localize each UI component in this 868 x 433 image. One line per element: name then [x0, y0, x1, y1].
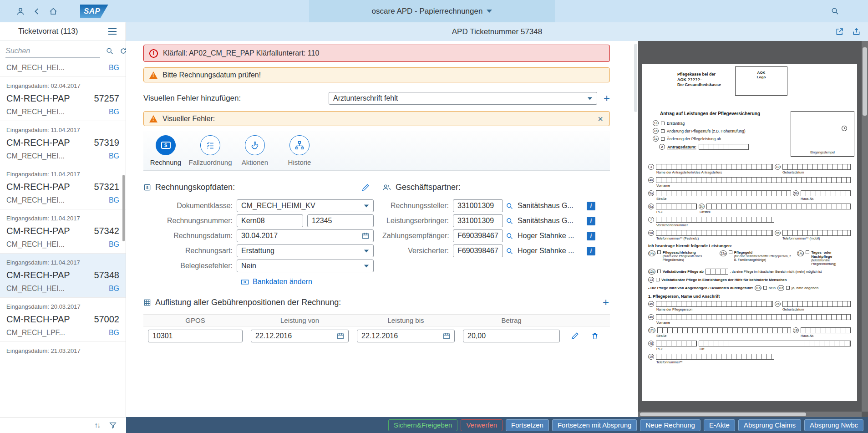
add-visual-error-button[interactable]: +: [604, 93, 610, 104]
value-help-search-icon[interactable]: [506, 247, 513, 255]
table-icon: [143, 299, 151, 306]
value-help-search-icon[interactable]: [506, 232, 513, 240]
zahlungsempfaenger-input[interactable]: F690398467: [453, 229, 503, 242]
rechnungsart-select[interactable]: Erstattung: [237, 245, 374, 257]
partner-row: Zahlungsempfänger: F690398467 Hoger Stah…: [382, 229, 610, 242]
calendar-icon[interactable]: [337, 332, 344, 340]
home-icon[interactable]: [46, 4, 61, 19]
export-icon[interactable]: [852, 27, 861, 36]
list-item[interactable]: Eingangsdatum: 11.04.2017 CM-RECH-PAP573…: [0, 209, 126, 254]
ticket-type: CM-RECH-PAP: [6, 182, 70, 192]
leistungserbringer-input[interactable]: 331001309: [453, 214, 503, 227]
sidebar-search-row: [0, 41, 126, 61]
ticket-subtitle: CM_RECH_HEI...: [6, 285, 65, 293]
partner-name: Sanitätshaus G...: [518, 202, 587, 210]
fortsetzen-mit-absprung-button[interactable]: Fortsetzen mit Absprung: [552, 419, 637, 431]
back-icon[interactable]: [29, 4, 45, 19]
e-akte-button[interactable]: E-Akte: [704, 419, 735, 431]
edit-row-icon[interactable]: [571, 332, 579, 340]
status-badge: BG: [109, 240, 119, 249]
absprung-claims-button[interactable]: Absprung Claims: [738, 419, 801, 431]
partner-name: Hoger Stahnke ...: [518, 232, 587, 240]
user-icon[interactable]: [13, 4, 28, 19]
menu-icon[interactable]: [107, 26, 118, 36]
list-item[interactable]: Eingangsdatum: 21.03.2017: [0, 342, 126, 363]
popout-icon[interactable]: [835, 27, 844, 36]
field-dokumentklasse: Dokumentklasse: CM_RECH_HEIMI_KV: [143, 199, 378, 212]
error-message-text: Klärfall: AP02_CM_RE_PAP Klärfallunterar…: [163, 49, 319, 57]
document-horizontal-scrollbar[interactable]: [638, 412, 862, 417]
content-scrollbar[interactable]: [634, 44, 637, 112]
absprung-nwbc-button[interactable]: Absprung Nwbc: [804, 419, 863, 431]
neue-rechnung-button[interactable]: Neue Rechnung: [640, 419, 700, 431]
status-badge: BG: [109, 196, 119, 204]
document-vertical-scrollbar[interactable]: [862, 41, 868, 412]
app-title-button[interactable]: oscare APD - Papierrechnungen: [309, 0, 555, 22]
list-item[interactable]: Eingangsdatum: 20.03.2017 CM-RECH-PAP570…: [0, 298, 126, 342]
filter-icon[interactable]: [109, 421, 117, 429]
leistung-bis-input[interactable]: 22.12.2016: [357, 330, 455, 342]
tab-rechnung[interactable]: $ Rechnung: [143, 131, 188, 170]
tab-aktionen[interactable]: Aktionen: [233, 131, 277, 170]
betrag-input[interactable]: 20,00: [463, 330, 560, 342]
list-item[interactable]: Eingangsdatum: 11.04.2017 CM-RECH-PAP573…: [0, 121, 126, 165]
horizontal-scroll-thumb[interactable]: [640, 413, 806, 416]
delete-row-icon[interactable]: [591, 332, 599, 340]
status-badge: BG: [109, 64, 119, 72]
rechnungsnummer-prefix-input[interactable]: Kern08: [237, 214, 303, 227]
value-help-search-icon[interactable]: [506, 217, 513, 225]
sichern-freigeben-button[interactable]: Sichern&Freigeben: [388, 419, 457, 431]
bankdaten-link[interactable]: Bankdaten ändern: [241, 278, 378, 286]
rechnungsnummer-input[interactable]: 12345: [307, 214, 374, 227]
close-icon[interactable]: ×: [597, 114, 604, 123]
hierarchy-icon: [289, 135, 310, 155]
tab-label: Fallzuordnung: [188, 158, 232, 166]
list-item[interactable]: CM_RECH_HEI...BG: [0, 61, 126, 77]
versicherter-input[interactable]: F690398467: [453, 245, 503, 257]
ticket-type: CM-RECH-PAP: [6, 138, 70, 148]
info-icon[interactable]: i: [587, 217, 595, 225]
ticket-subtitle: CM_RECH_LPF...: [6, 329, 65, 337]
ticket-detail-content: ! Klärfall: AP02_CM_RE_PAP Klärfallunter…: [126, 41, 638, 417]
rechnungssteller-input[interactable]: 331001309: [453, 199, 503, 212]
fortsetzen-button[interactable]: Fortsetzen: [506, 419, 549, 431]
clock-icon: [841, 125, 848, 132]
sidebar-search-icon[interactable]: [106, 47, 114, 55]
info-icon[interactable]: i: [587, 247, 595, 255]
doc-checkbox: [661, 129, 665, 133]
sidebar-scrollbar[interactable]: [122, 175, 125, 241]
search-input[interactable]: [5, 44, 100, 58]
tab-fallzuordnung[interactable]: Fallzuordnung: [188, 131, 233, 170]
vertical-scroll-thumb[interactable]: [863, 47, 867, 116]
doc-body: 310 Name der Antragstellerin/des Antrags…: [648, 164, 851, 367]
list-item-selected[interactable]: Eingangsdatum: 11.04.2017 CM-RECH-PAP573…: [0, 254, 126, 298]
list-item[interactable]: Eingangsdatum: 02.04.2017 CM-RECH-PAP572…: [0, 77, 126, 121]
field-label: Leistungserbringer:: [382, 217, 453, 225]
calendar-icon[interactable]: [362, 232, 369, 239]
value-help-search-icon[interactable]: [506, 202, 513, 210]
info-icon[interactable]: i: [587, 232, 595, 240]
verwerfen-button[interactable]: Verwerfen: [461, 419, 503, 431]
info-icon[interactable]: i: [587, 202, 595, 210]
add-position-button[interactable]: +: [603, 297, 609, 308]
leistung-von-input[interactable]: 22.12.2016: [251, 330, 349, 342]
gpos-input[interactable]: 10301: [148, 330, 243, 342]
calendar-icon[interactable]: [443, 332, 450, 340]
visual-error-value: Arztunterschrift fehlt: [333, 94, 398, 102]
list-item[interactable]: Eingangsdatum: 11.04.2017 CM-RECH-PAP573…: [0, 165, 126, 209]
sidebar-title: Ticketvorrat (113): [18, 27, 78, 36]
warning-message-strip: ! Bitte Rechnungsdatum prüfen!: [143, 67, 610, 82]
tab-historie[interactable]: Historie: [277, 131, 322, 170]
field-label: Rechnungsdatum:: [143, 232, 237, 240]
edit-icon[interactable]: [361, 183, 370, 192]
dokumentklasse-select[interactable]: CM_RECH_HEIMI_KV: [237, 199, 374, 212]
beleglesefehler-select[interactable]: Nein: [237, 260, 374, 272]
ticket-sidebar: CM_RECH_HEI...BG Eingangsdatum: 02.04.20…: [0, 41, 126, 417]
column-header: Leistung von: [251, 316, 349, 324]
rechnungsdatum-input[interactable]: 30.04.2017: [237, 229, 374, 242]
sort-icon[interactable]: ↑↓: [94, 421, 100, 429]
visual-error-select[interactable]: Arztunterschrift fehlt: [329, 92, 597, 105]
search-icon[interactable]: [827, 3, 843, 19]
positions-header: Auflistung aller Gebührenpositionen der …: [143, 297, 610, 308]
doc-logo-box: AOKLogo: [735, 66, 787, 96]
